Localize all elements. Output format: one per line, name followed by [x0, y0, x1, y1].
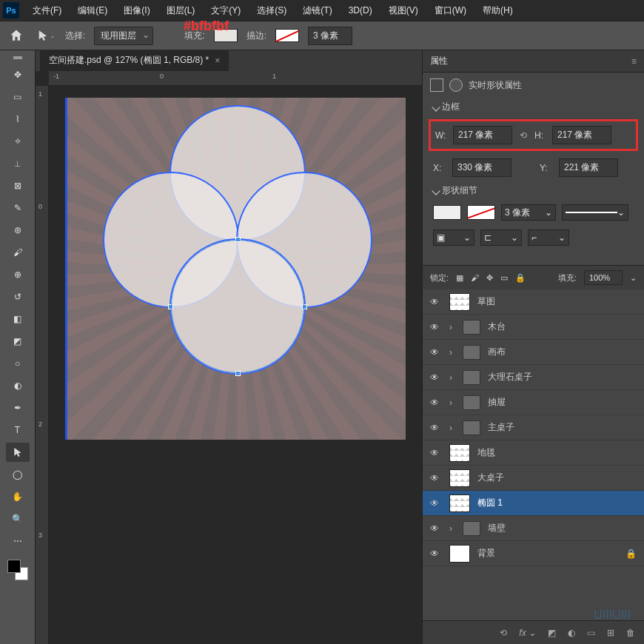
path-select-tool[interactable] — [6, 443, 30, 462]
x-input[interactable]: 330 像素 — [452, 158, 511, 177]
layer-row[interactable]: 👁›抽屉 — [423, 390, 644, 415]
fx-icon[interactable]: fx ⌄ — [519, 628, 536, 638]
layer-fill-input[interactable]: 100% — [584, 270, 623, 285]
cap-select[interactable]: ⊏ ⌄ — [480, 229, 522, 246]
type-tool[interactable]: T — [6, 420, 30, 440]
menu-layer[interactable]: 图层(L) — [159, 1, 203, 20]
gradient-tool[interactable]: ◩ — [6, 332, 30, 351]
layer-row[interactable]: 👁地毯 — [423, 440, 644, 466]
menu-help[interactable]: 帮助(H) — [475, 1, 520, 20]
visibility-icon[interactable]: 👁 — [430, 347, 442, 358]
visibility-icon[interactable]: 👁 — [430, 297, 442, 307]
dodge-tool[interactable]: ◐ — [6, 376, 30, 395]
visibility-icon[interactable]: 👁 — [430, 549, 442, 559]
menu-edit[interactable]: 编辑(E) — [70, 1, 115, 20]
color-swatches[interactable] — [7, 560, 28, 580]
move-tool[interactable]: ✥ — [6, 65, 30, 84]
zoom-tool[interactable]: 🔍 — [6, 509, 30, 529]
menu-3d[interactable]: 3D(D) — [341, 2, 380, 19]
mask-icon[interactable]: ◩ — [548, 628, 556, 638]
adjustment-icon[interactable]: ◐ — [568, 628, 575, 638]
close-icon[interactable]: × — [215, 56, 220, 66]
stroke-swatch[interactable] — [275, 29, 299, 42]
group-icon[interactable]: ▭ — [587, 628, 595, 638]
visibility-icon[interactable]: 👁 — [430, 398, 442, 408]
menu-select[interactable]: 选择(S) — [249, 1, 294, 20]
marquee-tool[interactable]: ▭ — [6, 87, 30, 107]
expand-icon[interactable]: › — [449, 523, 455, 534]
layer-row[interactable]: 👁大桌子 — [423, 466, 644, 491]
new-layer-icon[interactable]: ⊞ — [607, 628, 614, 638]
anchor-bottom[interactable] — [235, 371, 241, 376]
layer-row[interactable]: 👁背景🔒 — [423, 541, 644, 566]
fill-mini-swatch[interactable] — [433, 205, 461, 220]
toolbar-grip-icon[interactable] — [13, 56, 22, 59]
edit-toolbar[interactable]: ⋯ — [6, 531, 30, 551]
document-canvas[interactable] — [49, 86, 422, 644]
visibility-icon[interactable]: 👁 — [430, 473, 442, 483]
y-input[interactable]: 221 像素 — [559, 158, 618, 177]
stroke-width-select[interactable]: 3 像素⌄ — [501, 204, 556, 221]
visibility-icon[interactable]: 👁 — [430, 322, 442, 332]
eyedropper-tool[interactable]: ✎ — [6, 198, 30, 218]
expand-icon[interactable]: › — [449, 322, 455, 332]
menu-image[interactable]: 图像(I) — [116, 1, 157, 20]
select-scope-dropdown[interactable]: 现用图层 ⌄ — [94, 27, 153, 45]
menu-window[interactable]: 窗口(W) — [427, 1, 474, 20]
link-wh-icon[interactable]: ⟲ — [517, 130, 530, 141]
stroke-size-input[interactable]: 3 像素 — [308, 27, 352, 45]
layer-row[interactable]: 👁›墙壁 — [423, 516, 644, 541]
home-icon[interactable] — [6, 25, 27, 46]
anchor-top[interactable] — [235, 237, 241, 242]
lock-position-icon[interactable]: ✥ — [486, 273, 493, 283]
pen-tool[interactable]: ✒ — [6, 398, 30, 417]
stroke-mini-swatch[interactable] — [467, 205, 495, 220]
menu-filter[interactable]: 滤镜(T) — [295, 1, 339, 20]
visibility-icon[interactable]: 👁 — [430, 498, 442, 509]
shape-details-section[interactable]: 形状细节 — [442, 184, 477, 197]
expand-icon[interactable]: › — [449, 423, 455, 433]
menu-view[interactable]: 视图(V) — [381, 1, 426, 20]
magic-wand-tool[interactable]: ✧ — [6, 132, 30, 151]
layer-row[interactable]: 👁›木台 — [423, 315, 644, 340]
expand-icon[interactable]: › — [449, 398, 455, 408]
join-select[interactable]: ⌐ ⌄ — [528, 229, 569, 246]
align-select[interactable]: ▣ ⌄ — [433, 229, 474, 246]
blur-tool[interactable]: ○ — [6, 354, 30, 373]
properties-panel-tab[interactable]: 属性≡ — [423, 50, 644, 73]
lock-icon[interactable]: 🔒 — [625, 549, 637, 559]
stroke-style-select[interactable]: ⌄ — [562, 204, 628, 221]
menu-file[interactable]: 文件(F) — [25, 1, 69, 20]
path-select-tool-icon[interactable]: ⌄ — [36, 25, 56, 46]
width-input[interactable]: 217 像素 — [453, 126, 512, 144]
layer-row[interactable]: 👁草图 — [423, 289, 644, 315]
panel-menu-icon[interactable]: ≡ — [631, 56, 637, 67]
document-tab[interactable]: 空间搭建.psd @ 127% (椭圆 1, RGB/8) * × — [40, 49, 229, 71]
layer-row[interactable]: 👁椭圆 1 — [423, 491, 644, 516]
visibility-icon[interactable]: 👁 — [430, 423, 442, 433]
height-input[interactable]: 217 像素 — [552, 126, 611, 144]
lock-brush-icon[interactable]: 🖌 — [471, 273, 479, 282]
lock-all-icon[interactable]: 🔒 — [515, 273, 526, 283]
clone-stamp-tool[interactable]: ⊕ — [6, 265, 30, 284]
visibility-icon[interactable]: 👁 — [430, 448, 442, 458]
lock-pixels-icon[interactable]: ▦ — [456, 273, 463, 283]
anchor-left[interactable] — [168, 304, 173, 309]
ellipse-tool[interactable]: ◯ — [6, 465, 30, 484]
crop-tool[interactable]: ⟂ — [6, 154, 30, 173]
anchor-right[interactable] — [302, 304, 307, 309]
hand-tool[interactable]: ✋ — [6, 487, 30, 506]
layer-row[interactable]: 👁›大理石桌子 — [423, 365, 644, 390]
visibility-icon[interactable]: 👁 — [430, 372, 442, 383]
lasso-tool[interactable]: ⌇ — [6, 110, 30, 129]
border-section[interactable]: 边框 — [442, 101, 460, 113]
visibility-icon[interactable]: 👁 — [430, 523, 442, 534]
trash-icon[interactable]: 🗑 — [626, 628, 635, 638]
eraser-tool[interactable]: ◧ — [6, 309, 30, 329]
brush-tool[interactable]: 🖌 — [6, 243, 30, 262]
link-layers-icon[interactable]: ⟲ — [500, 628, 507, 638]
expand-icon[interactable]: › — [449, 372, 455, 383]
ellipse-bottom-selected[interactable] — [170, 238, 306, 375]
history-brush-tool[interactable]: ↺ — [6, 287, 30, 306]
layer-row[interactable]: 👁›主桌子 — [423, 415, 644, 440]
